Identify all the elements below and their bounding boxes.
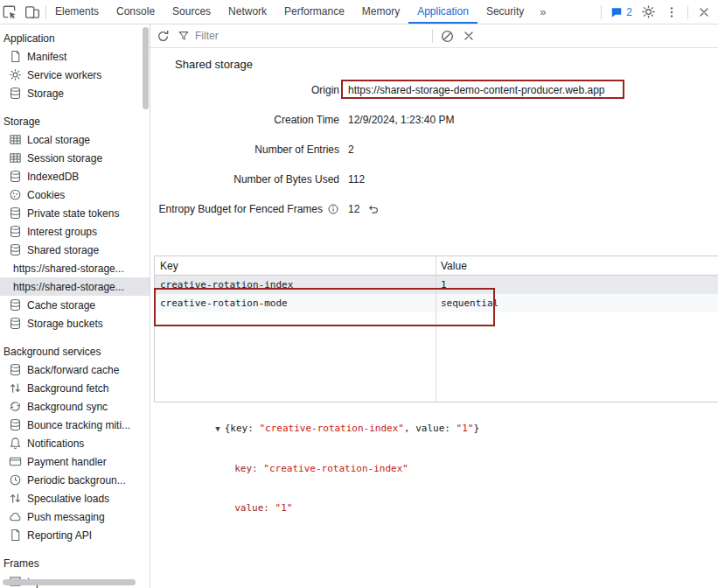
sidebar-item-cookies[interactable]: Cookies: [0, 186, 150, 204]
item-label: Notifications: [27, 438, 84, 450]
sidebar-horizontal-scrollbar[interactable]: [3, 579, 136, 585]
tab-security[interactable]: Security: [478, 0, 533, 24]
info-icon[interactable]: [327, 203, 339, 215]
item-label: Storage: [27, 88, 64, 100]
sidebar-item-storage[interactable]: Storage: [0, 84, 150, 102]
sidebar-item-shared-storage-origin-2[interactable]: https://shared-storage...: [0, 277, 150, 296]
shared-storage-toolbar: [150, 24, 718, 48]
tab-sources[interactable]: Sources: [164, 0, 220, 24]
sidebar-item-session-storage[interactable]: Session storage: [0, 149, 150, 167]
database-icon: [9, 363, 22, 376]
table-row[interactable]: creative-rotation-mode sequential: [155, 294, 718, 312]
sidebar-item-background-fetch[interactable]: Background fetch: [0, 379, 150, 397]
sidebar-item-shared-storage[interactable]: Shared storage: [0, 241, 150, 259]
device-toolbar-icon[interactable]: [24, 4, 40, 20]
sidebar-item-periodic-background-sync[interactable]: Periodic backgroun...: [0, 471, 150, 489]
cell-value: 1: [436, 279, 718, 290]
preview-property-key: key: "creative-rotation-index": [157, 449, 718, 488]
item-label: Interest groups: [27, 226, 97, 238]
sidebar-item-background-sync[interactable]: Background sync: [0, 397, 150, 416]
filter-input[interactable]: [195, 30, 425, 42]
section-header-storage: Storage: [0, 112, 150, 130]
sidebar-item-payment-handler[interactable]: Payment handler: [0, 452, 150, 471]
database-icon: [9, 225, 22, 238]
sidebar-item-indexeddb[interactable]: IndexedDB: [0, 167, 150, 186]
delete-selected-icon[interactable]: [462, 29, 476, 43]
object-preview: ▼{key: "creative-rotation-index", value:…: [150, 402, 718, 528]
application-sidebar: Application Manifest Service workers Sto…: [0, 24, 150, 588]
more-tabs-chevron[interactable]: »: [533, 0, 553, 24]
shared-storage-panel: Shared storage Origin https://shared-sto…: [150, 48, 718, 588]
property-value: "creative-rotation-index": [263, 463, 408, 474]
sidebar-item-service-workers[interactable]: Service workers: [0, 66, 150, 84]
sidebar-item-storage-buckets[interactable]: Storage buckets: [0, 314, 150, 332]
item-label: Back/forward cache: [27, 364, 119, 376]
item-label: https://shared-storage...: [13, 262, 124, 275]
clear-all-block-icon[interactable]: [440, 29, 455, 44]
document-icon: [9, 50, 22, 63]
gear-icon: [9, 68, 22, 81]
sidebar-item-manifest[interactable]: Manifest: [0, 47, 150, 66]
tab-memory[interactable]: Memory: [353, 0, 408, 24]
separator: [601, 5, 602, 19]
table-row[interactable]: creative-rotation-index 1: [155, 276, 718, 294]
close-devtools-icon[interactable]: [697, 5, 711, 19]
database-icon: [9, 298, 22, 312]
sidebar-item-bounce-tracking-mitigations[interactable]: Bounce tracking miti...: [0, 416, 150, 434]
item-label: Storage buckets: [27, 318, 103, 330]
field-label: Number of Entries: [254, 144, 339, 156]
cookie-icon: [9, 188, 22, 201]
sidebar-item-reporting-api[interactable]: Reporting API: [0, 526, 150, 544]
field-value-origin: https://shared-storage-demo-content-prod…: [348, 84, 605, 96]
column-header-value[interactable]: Value: [436, 260, 718, 272]
sidebar-item-private-state-tokens[interactable]: Private state tokens: [0, 204, 150, 222]
table-icon: [9, 151, 22, 164]
sidebar-item-interest-groups[interactable]: Interest groups: [0, 222, 150, 241]
table-icon: [9, 133, 22, 146]
metadata-fields: Origin https://shared-storage-demo-conte…: [150, 82, 718, 217]
item-label: Service workers: [27, 69, 101, 81]
column-resizer[interactable]: [436, 256, 436, 402]
cloud-icon: [9, 510, 22, 523]
section-header-application: Application: [0, 29, 150, 47]
shared-storage-data-grid: Key Value creative-rotation-index 1 crea…: [154, 256, 718, 402]
more-options-kebab-icon[interactable]: [665, 5, 679, 19]
sidebar-item-notifications[interactable]: Notifications: [0, 434, 150, 452]
property-value: "1": [275, 502, 293, 514]
column-header-key[interactable]: Key: [155, 260, 436, 272]
field-row-origin: Origin https://shared-storage-demo-conte…: [150, 82, 718, 98]
expand-arrow-icon[interactable]: ▼: [215, 424, 220, 433]
reset-budget-undo-icon[interactable]: [367, 203, 380, 215]
issues-counter[interactable]: 2: [610, 6, 632, 18]
item-label: https://shared-storage...: [13, 281, 124, 293]
sidebar-item-push-messaging[interactable]: Push messaging: [0, 508, 150, 526]
item-label: Cookies: [27, 189, 65, 201]
issues-count: 2: [626, 6, 632, 18]
tab-console[interactable]: Console: [108, 0, 164, 24]
inspect-element-icon[interactable]: [2, 4, 17, 20]
field-label: Number of Bytes Used: [234, 173, 339, 186]
item-label: IndexedDB: [27, 171, 79, 183]
section-header-frames: Frames: [0, 554, 150, 572]
sidebar-item-back-forward-cache[interactable]: Back/forward cache: [0, 360, 150, 379]
sidebar-item-local-storage[interactable]: Local storage: [0, 130, 150, 149]
item-label: Push messaging: [27, 511, 105, 523]
item-label: Private state tokens: [27, 207, 119, 220]
panel-tabs: Elements Console Sources Network Perform…: [46, 0, 553, 24]
preview-token: }: [473, 423, 479, 434]
tab-performance[interactable]: Performance: [275, 0, 353, 24]
tab-network[interactable]: Network: [220, 0, 275, 24]
item-label: Background fetch: [27, 382, 108, 395]
sidebar-item-speculative-loads[interactable]: Speculative loads: [0, 489, 150, 508]
filter-field[interactable]: [178, 30, 425, 42]
sidebar-item-shared-storage-origin-1[interactable]: https://shared-storage...: [0, 259, 150, 277]
card-icon: [9, 455, 22, 468]
settings-gear-icon[interactable]: [641, 4, 656, 19]
field-label: Origin: [311, 84, 339, 96]
separator: [432, 29, 433, 43]
tab-elements[interactable]: Elements: [46, 0, 108, 24]
refresh-icon[interactable]: [156, 29, 171, 44]
sidebar-item-cache-storage[interactable]: Cache storage: [0, 296, 150, 314]
tab-application[interactable]: Application: [408, 0, 478, 24]
sidebar-vertical-scrollbar[interactable]: [143, 27, 149, 109]
